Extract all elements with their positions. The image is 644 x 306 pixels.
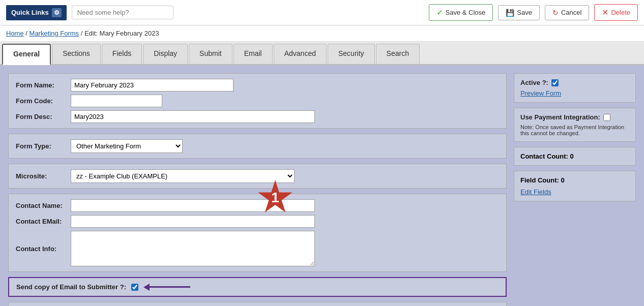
- contact-email-input[interactable]: [71, 215, 315, 228]
- badge-number: 1: [271, 190, 279, 206]
- help-input[interactable]: [72, 6, 173, 19]
- field-count-label: Field Count: 0: [520, 176, 565, 184]
- tab-general[interactable]: General: [2, 44, 51, 65]
- send-copy-checkbox[interactable]: [131, 284, 138, 291]
- marketing-forms-link[interactable]: Marketing Forms: [30, 29, 79, 37]
- send-copy-section: Send copy of Email to Submitter ?:: [8, 277, 507, 297]
- contact-name-label: Contact Name:: [16, 202, 67, 209]
- form-code-label: Form Code:: [16, 97, 67, 105]
- edit-fields-link[interactable]: Edit Fields: [520, 188, 551, 196]
- right-panel: Active ?: Preview Form Use Payment Integ…: [514, 73, 636, 306]
- home-link[interactable]: Home: [6, 29, 24, 37]
- main-content: 1 Form Name: Form Code: Form Desc: Form …: [0, 65, 644, 306]
- form-name-label: Form Name:: [16, 81, 67, 89]
- basic-info-section: Form Name: Form Code: Form Desc:: [8, 73, 507, 129]
- save-close-button[interactable]: ✓ Save & Close: [429, 4, 493, 21]
- tab-advanced[interactable]: Advanced: [274, 44, 327, 64]
- active-label: Active ?:: [520, 79, 548, 86]
- microsite-label: Microsite:: [16, 172, 67, 180]
- arrow-head-icon: [143, 284, 150, 291]
- tab-fields[interactable]: Fields: [102, 44, 142, 64]
- gear-icon: ⚙: [52, 8, 62, 17]
- form-desc-row: Form Desc:: [16, 110, 499, 123]
- contact-info-label: Contact Info:: [16, 245, 67, 253]
- form-desc-label: Form Desc:: [16, 113, 67, 120]
- save-icon: 💾: [506, 9, 514, 17]
- field-count-box: Field Count: 0 Edit Fields: [514, 171, 636, 201]
- contact-count-label: Contact Count: 0: [520, 152, 574, 160]
- breadcrumb: Home / Marketing Forms / Edit: Mary Febr…: [0, 25, 644, 42]
- form-type-select[interactable]: Other Marketing Form Payment Integration: [71, 139, 183, 153]
- contact-email-label: Contact EMail:: [16, 218, 67, 225]
- payment-row: Use Payment Integration:: [520, 113, 629, 121]
- preview-form-link[interactable]: Preview Form: [520, 89, 561, 97]
- tab-email[interactable]: Email: [233, 44, 273, 64]
- edit-label: Edit: Mary February 2023: [84, 29, 159, 37]
- contact-info-row: Contact Info:: [16, 231, 499, 266]
- top-bar: Quick Links ⚙ ✓ Save & Close 💾 Save ↻ Ca…: [0, 0, 644, 25]
- cancel-label: Cancel: [561, 9, 581, 16]
- active-checkbox[interactable]: [551, 79, 559, 86]
- delete-icon: ✕: [602, 8, 608, 17]
- badge: 1: [257, 180, 293, 216]
- save-close-label: Save & Close: [446, 9, 486, 16]
- payment-note: Note: Once saved as Payment Integration …: [520, 124, 629, 136]
- quick-links-label: Quick Links: [11, 9, 49, 16]
- cancel-icon: ↻: [552, 9, 559, 17]
- form-code-input[interactable]: [71, 95, 162, 107]
- active-row: Active ?:: [520, 79, 629, 86]
- form-type-row: Form Type: Other Marketing Form Payment …: [16, 139, 499, 153]
- tab-sections[interactable]: Sections: [52, 44, 101, 64]
- payment-label: Use Payment Integration:: [520, 113, 600, 121]
- tab-bar: General Sections Fields Display Submit E…: [0, 42, 644, 65]
- arrow-line: [150, 286, 190, 288]
- contact-info-textarea[interactable]: [71, 231, 315, 266]
- send-copy-label: Send copy of Email to Submitter ?:: [16, 283, 126, 291]
- delete-button[interactable]: ✕ Delete: [594, 4, 638, 21]
- form-type-label: Form Type:: [16, 142, 67, 150]
- badge-container: 1: [257, 180, 293, 216]
- active-box: Active ?: Preview Form: [514, 73, 636, 103]
- contact-email-row: Contact EMail:: [16, 215, 499, 228]
- custom-fields-section: Custom Required Fields Message: [8, 302, 507, 306]
- tab-display[interactable]: Display: [143, 44, 188, 64]
- check-circle-icon: ✓: [436, 8, 443, 17]
- save-button[interactable]: 💾 Save: [498, 5, 540, 20]
- quick-links-button[interactable]: Quick Links ⚙: [6, 5, 67, 20]
- form-code-row: Form Code:: [16, 95, 499, 107]
- form-panel: 1 Form Name: Form Code: Form Desc: Form …: [8, 73, 507, 306]
- payment-checkbox[interactable]: [603, 114, 610, 121]
- form-name-input[interactable]: [71, 79, 233, 91]
- delete-label: Delete: [611, 9, 630, 16]
- save-label: Save: [517, 9, 532, 16]
- form-desc-input[interactable]: [71, 110, 315, 123]
- form-type-section: Form Type: Other Marketing Form Payment …: [8, 134, 507, 159]
- tab-submit[interactable]: Submit: [189, 44, 232, 64]
- cancel-button[interactable]: ↻ Cancel: [545, 5, 589, 20]
- contact-count-box: Contact Count: 0: [514, 147, 636, 166]
- tab-security[interactable]: Security: [328, 44, 375, 64]
- arrow-annotation: [143, 284, 190, 291]
- tab-search[interactable]: Search: [376, 44, 420, 64]
- payment-box: Use Payment Integration: Note: Once save…: [514, 108, 636, 142]
- form-name-row: Form Name:: [16, 79, 499, 91]
